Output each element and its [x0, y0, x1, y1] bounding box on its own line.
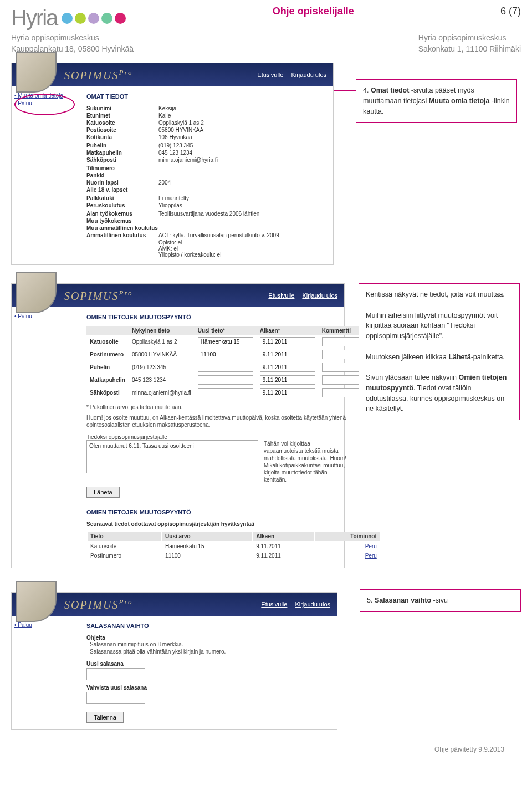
- callout-kentissa: Kentissä näkyvät ne tiedot, joita voit m…: [359, 283, 520, 420]
- info-row: Nuorin lapsi2004: [86, 180, 325, 186]
- pw-rule-2: - Salasanassa pitää olla vähintään yksi …: [86, 648, 329, 655]
- table-row: Puhelin(019) 123 345: [86, 361, 381, 374]
- new-value-input[interactable]: [198, 350, 253, 359]
- logo-text: Hyria: [11, 6, 57, 30]
- info-row: Pankki: [86, 172, 325, 178]
- info-row: Tilinumero: [86, 165, 325, 171]
- logo-dots: [62, 13, 126, 24]
- page-number: 6 (7): [500, 6, 521, 17]
- nav-logout-link[interactable]: Kirjaudu ulos: [302, 292, 337, 299]
- callout-4: 4. Omat tiedot -sivulta pääset myös muut…: [356, 79, 517, 123]
- app-title: SOPIMUSPro: [64, 598, 132, 611]
- info-row: KatuosoiteOppilaskylä 1 as 2: [86, 120, 325, 126]
- info-row: Ammatillinen koulutusAOL: kyllä. Turvall…: [86, 232, 325, 238]
- sidebar-muuta-link[interactable]: Muuta omia tietoja: [14, 93, 75, 99]
- info-row: SukunimiKeksijä: [86, 105, 325, 111]
- sidebar: Muuta omia tietoja Paluu: [12, 86, 78, 264]
- pending-row: Postinumero111009.11.2011Peru: [88, 552, 380, 560]
- send-button[interactable]: Lähetä: [86, 487, 120, 498]
- msg-label: Tiedoksi oppisopimusjärjestäjälle: [86, 434, 381, 440]
- from-date-input[interactable]: [260, 350, 315, 359]
- from-date-input[interactable]: [260, 388, 315, 397]
- from-date-input[interactable]: [260, 337, 315, 346]
- info-row: PalkkatukiEi määritelty: [86, 195, 325, 201]
- info-extra: Yliopisto / korkeakoulu: ei: [158, 252, 325, 258]
- callout-5: 5. Salasanan vaihto -sivu: [360, 589, 521, 612]
- table-row: Matkapuhelin045 123 1234: [86, 374, 381, 386]
- pending-row: KatuosoiteHämeenkatu 159.11.2011Peru: [88, 542, 380, 550]
- mandatory-note: * Pakollinen arvo, jos tietoa muutetaan.: [86, 404, 381, 411]
- from-date-input[interactable]: [260, 375, 315, 385]
- info-row: Alan työkokemusTeollisuusvartijana vuode…: [86, 211, 325, 217]
- peru-link[interactable]: Peru: [365, 543, 377, 549]
- new-pw-input[interactable]: [86, 668, 145, 680]
- save-button[interactable]: Tallenna: [86, 712, 124, 723]
- info-row: Alle 18 v. lapset: [86, 187, 325, 193]
- sidebar: Paluu: [12, 307, 78, 568]
- info-row: Postiosoite05800 HYVINKÄÄ: [86, 127, 325, 133]
- org-right-name: Hyria oppisopimuskeskus: [418, 33, 521, 44]
- new-value-input[interactable]: [198, 337, 253, 346]
- change-table: Nykyinen tietoUusi tieto*Alkaen*Kommentt…: [86, 326, 381, 399]
- info-row: Muu työkokemus: [86, 218, 325, 224]
- sidebar-paluu-link[interactable]: Paluu: [14, 100, 75, 106]
- new-pw-label: Uusi salasana: [86, 661, 329, 667]
- section-title: OMIEN TIETOJEN MUUTOSPYYNTÖ: [86, 314, 381, 320]
- table-row: Sähköpostiminna.ojaniemi@hyria.fi: [86, 386, 381, 399]
- logo: Hyria: [11, 6, 126, 30]
- screenshot-muutospyynto: SOPIMUSPro Etusivulle Kirjaudu ulos Palu…: [11, 283, 345, 568]
- ohjeita-label: Ohjeita: [86, 635, 329, 641]
- info-row: Puhelin(019) 123 345: [86, 142, 325, 149]
- pending-title: OMIEN TIETOJEN MUUTOSPYYNTÖ: [86, 509, 381, 516]
- pending-table: TietoUusi arvoAlkaenToiminnotKatuosoiteH…: [86, 530, 381, 561]
- info-row: Sähköpostiminna.ojaniemi@hyria.fi: [86, 157, 325, 163]
- org-left-name: Hyria oppisopimuskeskus: [11, 33, 134, 44]
- footer-date: Ohje päivitetty 9.9.2013: [11, 746, 521, 759]
- section-title: OMAT TIEDOT: [86, 93, 325, 100]
- sidebar-paluu-link[interactable]: Paluu: [14, 622, 75, 628]
- new-value-input[interactable]: [198, 375, 253, 385]
- table-row: Postinumero05800 HYVINKÄÄ: [86, 348, 381, 361]
- address-hint: Huom! jos osoite muuttuu, on Alkaen-kent…: [86, 414, 381, 428]
- app-title: SOPIMUSPro: [64, 68, 132, 82]
- msg-textarea[interactable]: Olen muuttanut 6.11. Tassa uusi osoittee…: [86, 440, 258, 473]
- pw-rule-1: - Salasanan minimipituus on 8 merkkiä.: [86, 641, 329, 648]
- info-row: Kotikunta106 Hyvinkää: [86, 134, 325, 140]
- section-title: SALASANAN VAIHTO: [86, 622, 329, 629]
- table-row: KatuosoiteOppilaskylä 1 as 2: [86, 335, 381, 348]
- arrow-line: [334, 90, 356, 91]
- nav-home-link[interactable]: Etusivulle: [261, 601, 287, 608]
- info-row: Matkapuhelin045 123 1234: [86, 150, 325, 156]
- info-extra: Opisto: ei: [158, 239, 325, 246]
- callout-p3: Muutoksen jälkeen klikkaa Lähetä-painike…: [366, 352, 513, 363]
- new-value-input[interactable]: [198, 363, 253, 372]
- doc-title: Ohje opiskelijalle: [273, 6, 354, 17]
- info-row: PeruskoulutusYlioppilas: [86, 202, 325, 208]
- org-right-addr: Sakonkatu 1, 11100 Riihimäki: [418, 44, 521, 55]
- screenshot-salasana: SOPIMUSPro Etusivulle Kirjaudu ulos Palu…: [11, 592, 337, 730]
- info-row: Muu ammatillinen koulutus: [86, 225, 325, 231]
- peru-link[interactable]: Peru: [365, 553, 377, 559]
- callout-p4: Sivun yläosaan tulee näkyviin Omien tiet…: [366, 373, 513, 414]
- from-date-input[interactable]: [260, 363, 315, 372]
- new-value-input[interactable]: [198, 388, 253, 397]
- nav-logout-link[interactable]: Kirjaudu ulos: [291, 72, 326, 78]
- msg-tip: Tähän voi kirjoittaa vapaamuotoista teks…: [264, 440, 347, 483]
- confirm-pw-input[interactable]: [86, 692, 145, 704]
- sidebar: Paluu: [12, 616, 78, 729]
- sidebar-paluu-link[interactable]: Paluu: [14, 313, 75, 319]
- pending-sub: Seuraavat tiedot odottavat oppisopimusjä…: [86, 521, 381, 527]
- nav-logout-link[interactable]: Kirjaudu ulos: [295, 601, 330, 608]
- nav-home-link[interactable]: Etusivulle: [257, 72, 283, 78]
- info-row: EtunimetKalle: [86, 113, 325, 119]
- info-extra: AMK: ei: [158, 246, 325, 252]
- org-right: Hyria oppisopimuskeskus Sakonkatu 1, 111…: [418, 33, 521, 54]
- screenshot-omat-tiedot: SOPIMUSPro Etusivulle Kirjaudu ulos Muut…: [11, 63, 334, 265]
- confirm-pw-label: Vahvista uusi salasana: [86, 685, 329, 691]
- nav-home-link[interactable]: Etusivulle: [268, 292, 294, 299]
- callout-p1: Kentissä näkyvät ne tiedot, joita voit m…: [366, 289, 513, 300]
- app-title: SOPIMUSPro: [64, 289, 132, 303]
- callout-p2: Muihin aiheisiin liittyvät muutospyynnöt…: [366, 310, 513, 341]
